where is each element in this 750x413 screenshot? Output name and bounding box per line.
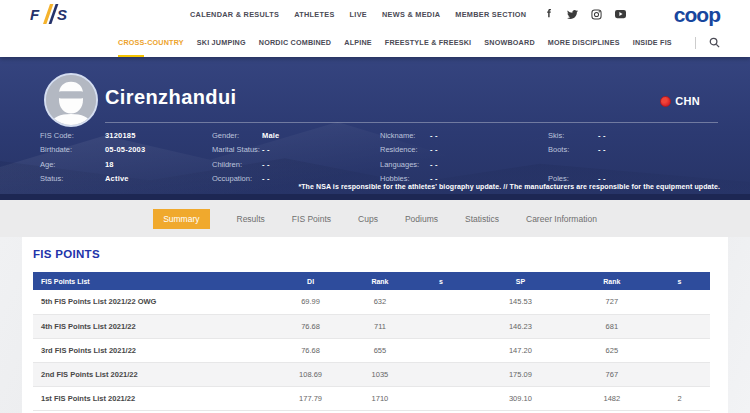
nav-separator xyxy=(695,37,696,49)
nation-badge: CHN xyxy=(660,95,700,107)
cell-sp: 309.10 xyxy=(466,386,574,410)
tab-career-information[interactable]: Career Information xyxy=(526,214,597,224)
hero-divider xyxy=(105,122,718,123)
twitter-icon[interactable] xyxy=(567,9,578,20)
cell-list-name: 1st FIS Points List 2021/22 xyxy=(33,386,277,410)
cell-sp: 175.09 xyxy=(466,362,574,386)
info-label: Birthdate: xyxy=(40,145,105,154)
cell-sp: 147.20 xyxy=(466,338,574,362)
athlete-name: Cirenzhandui xyxy=(105,86,236,109)
nav-item-ski-jumping[interactable]: SKI JUMPING xyxy=(197,38,246,47)
cell-di-s xyxy=(416,362,467,386)
info-value: 18 xyxy=(105,160,114,169)
cell-sp: 146.23 xyxy=(466,314,574,338)
top-bar: F S CALENDAR & RESULTS ATHLETES LIVE NEW… xyxy=(0,0,750,28)
info-value: 05-05-2003 xyxy=(105,145,145,154)
col-header-di-s: s xyxy=(416,272,467,290)
tab-results[interactable]: Results xyxy=(237,214,265,224)
coop-logo[interactable]: coop xyxy=(674,4,720,25)
col-header-sp-s: s xyxy=(649,272,710,290)
tab-cups[interactable]: Cups xyxy=(358,214,378,224)
table-row: 1st FIS Points List 2021/22 177.79 1710 … xyxy=(33,386,710,410)
cell-di: 108.69 xyxy=(277,362,345,386)
cell-sp-s xyxy=(649,290,710,314)
info-row-residence: Residence:- - xyxy=(380,143,548,158)
table-header-row: FIS Points List DI Rank s SP Rank s xyxy=(33,272,710,290)
info-label: Age: xyxy=(40,160,105,169)
cell-di-s xyxy=(416,338,467,362)
cell-sp-rank: 681 xyxy=(575,314,649,338)
table-row: 2nd FIS Points List 2021/22 108.69 1035 … xyxy=(33,362,710,386)
cell-di-s xyxy=(416,314,467,338)
top-menu-member-section[interactable]: MEMBER SECTION xyxy=(455,10,526,19)
tab-podiums[interactable]: Podiums xyxy=(405,214,438,224)
cell-di-rank: 1710 xyxy=(344,386,415,410)
col-header-list: FIS Points List xyxy=(33,272,277,290)
top-menu-calendar-results[interactable]: CALENDAR & RESULTS xyxy=(190,10,279,19)
cell-di: 69.99 xyxy=(277,290,345,314)
athlete-info-grid: FIS Code:3120185 Birthdate:05-05-2003 Ag… xyxy=(40,128,720,186)
info-value: - - xyxy=(262,160,270,169)
info-row-age: Age:18 xyxy=(40,157,212,172)
tabs-bar: Summary Results FIS Points Cups Podiums … xyxy=(0,200,750,237)
info-value: - - xyxy=(430,145,438,154)
youtube-icon[interactable] xyxy=(615,9,626,20)
cell-di-rank: 1035 xyxy=(344,362,415,386)
table-row: 4th FIS Points List 2021/22 76.68 711 14… xyxy=(33,314,710,338)
cell-sp-s xyxy=(649,338,710,362)
tab-statistics[interactable]: Statistics xyxy=(465,214,499,224)
info-label: Status: xyxy=(40,174,105,183)
cell-list-name: 5th FIS Points List 2021/22 OWG xyxy=(33,290,277,314)
col-header-di: DI xyxy=(277,272,345,290)
info-label: Languages: xyxy=(380,160,430,169)
svg-text:F: F xyxy=(30,6,40,23)
cell-list-name: 2nd FIS Points List 2021/22 xyxy=(33,362,277,386)
info-label: FIS Code: xyxy=(40,131,105,140)
info-label: Children: xyxy=(212,160,262,169)
instagram-icon[interactable] xyxy=(591,9,602,20)
info-label: Poles: xyxy=(548,174,598,183)
fis-logo[interactable]: F S xyxy=(30,4,70,24)
fis-points-card: FIS POINTS FIS Points List DI Rank s SP … xyxy=(22,237,728,413)
cell-di-rank: 711 xyxy=(344,314,415,338)
info-row-gender: Gender:Male xyxy=(212,128,380,143)
nav-item-snowboard[interactable]: SNOWBOARD xyxy=(484,38,535,47)
info-label: Nickname: xyxy=(380,131,430,140)
section-title: FIS POINTS xyxy=(33,248,710,260)
athlete-hero: Cirenzhandui CHN FIS Code:3120185 Birthd… xyxy=(0,57,750,200)
info-row-skis: Skis:- - xyxy=(548,128,720,143)
tab-summary[interactable]: Summary xyxy=(153,209,209,229)
nav-item-freestyle-freeski[interactable]: FREESTYLE & FREESKI xyxy=(385,38,471,47)
info-value: - - xyxy=(262,145,270,154)
cell-di: 177.79 xyxy=(277,386,345,410)
facebook-icon[interactable] xyxy=(543,9,554,20)
cell-di-s xyxy=(416,386,467,410)
cell-di-s xyxy=(416,290,467,314)
top-menu-news-media[interactable]: NEWS & MEDIA xyxy=(382,10,440,19)
cell-list-name: 3rd FIS Points List 2021/22 xyxy=(33,338,277,362)
info-value: - - xyxy=(598,145,606,154)
cell-sp-s xyxy=(649,314,710,338)
tab-fis-points[interactable]: FIS Points xyxy=(292,214,331,224)
cell-sp-s xyxy=(649,362,710,386)
info-value: Male xyxy=(262,131,279,140)
info-column-identity: FIS Code:3120185 Birthdate:05-05-2003 Ag… xyxy=(40,128,212,186)
info-label: Occupation: xyxy=(212,174,262,183)
info-row-languages: Languages:- - xyxy=(380,157,548,172)
info-label: Skis: xyxy=(548,131,598,140)
nav-item-inside-fis[interactable]: INSIDE FIS xyxy=(633,38,672,47)
top-menu-live[interactable]: LIVE xyxy=(350,10,367,19)
top-menu-athletes[interactable]: ATHLETES xyxy=(294,10,334,19)
info-row-birthdate: Birthdate:05-05-2003 xyxy=(40,143,212,158)
athlete-avatar xyxy=(44,73,98,127)
info-value: 3120185 xyxy=(105,131,136,140)
nav-item-more-disciplines[interactable]: MORE DISCIPLINES xyxy=(548,38,620,47)
search-icon[interactable] xyxy=(709,37,720,48)
nav-item-nordic-combined[interactable]: NORDIC COMBINED xyxy=(259,38,331,47)
info-column-personal: Gender:Male Marital Status:- - Children:… xyxy=(212,128,380,186)
info-value: - - xyxy=(430,174,438,183)
nav-item-cross-country[interactable]: CROSS-COUNTRY xyxy=(118,38,184,47)
cell-sp-rank: 727 xyxy=(575,290,649,314)
table-row: 5th FIS Points List 2021/22 OWG 69.99 63… xyxy=(33,290,710,314)
nav-item-alpine[interactable]: ALPINE xyxy=(344,38,372,47)
